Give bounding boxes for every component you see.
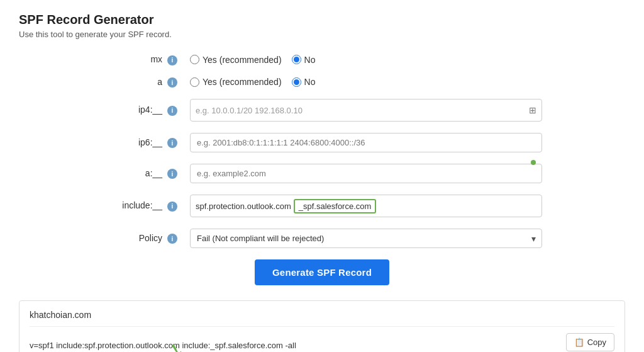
generate-button[interactable]: Generate SPF Record bbox=[255, 259, 389, 285]
ip4-info-icon[interactable]: i bbox=[167, 106, 177, 116]
ip6-row: ip6:__ i bbox=[102, 133, 542, 152]
policy-select-wrapper: Fail (Not compliant will be rejected) So… bbox=[190, 229, 542, 248]
ip6-info-icon[interactable]: i bbox=[167, 138, 177, 148]
a-yes-option[interactable]: Yes (recommended) bbox=[190, 77, 282, 87]
mx-no-label: No bbox=[304, 55, 316, 65]
policy-info-icon[interactable]: i bbox=[167, 234, 177, 244]
a-field-label-text: a:__ bbox=[145, 168, 162, 178]
result-domain: khatchoian.com bbox=[30, 310, 614, 320]
ip4-placeholder: e.g. 10.0.0.1/20 192.168.0.10 bbox=[196, 106, 529, 115]
mx-radio-group: Yes (recommended) No bbox=[190, 55, 315, 65]
mx-no-option[interactable]: No bbox=[292, 55, 316, 65]
mx-yes-label: Yes (recommended) bbox=[203, 55, 282, 65]
page-subtitle: Use this tool to generate your SPF recor… bbox=[19, 30, 625, 39]
policy-label-text: Policy bbox=[139, 233, 162, 243]
a-yes-label: Yes (recommended) bbox=[203, 77, 282, 87]
mx-yes-option[interactable]: Yes (recommended) bbox=[190, 55, 282, 65]
include-tag-value: _spf.salesforce.com bbox=[294, 199, 377, 213]
a-no-option[interactable]: No bbox=[292, 77, 316, 87]
ip6-label-text: ip6:__ bbox=[138, 137, 162, 147]
result-record-row: v=spf1 include:spf.protection.outlook.co… bbox=[30, 326, 614, 351]
a-no-radio[interactable] bbox=[292, 77, 301, 87]
green-dot-indicator bbox=[531, 160, 536, 165]
a-row: a i Yes (recommended) No bbox=[102, 77, 542, 88]
ip4-input-wrapper: e.g. 10.0.0.1/20 192.168.0.10 ⊞ bbox=[190, 99, 542, 122]
mx-info-icon[interactable]: i bbox=[167, 55, 177, 65]
a-info-icon[interactable]: i bbox=[167, 77, 177, 88]
copy-icon: 📋 bbox=[574, 338, 584, 347]
a-field-row: a:__ i bbox=[102, 164, 542, 183]
page-title: SPF Record Generator bbox=[19, 13, 625, 27]
page-wrapper: SPF Record Generator Use this tool to ge… bbox=[0, 0, 644, 352]
a-label: a i bbox=[102, 77, 184, 88]
result-section: khatchoian.com v=spf1 include:spf.protec… bbox=[19, 300, 625, 352]
policy-row: Policy i Fail (Not compliant will be rej… bbox=[102, 229, 542, 248]
mx-label: mx i bbox=[102, 54, 184, 65]
form-section: mx i Yes (recommended) No a i bbox=[102, 54, 542, 285]
ip4-row: ip4:__ i e.g. 10.0.0.1/20 192.168.0.10 ⊞ bbox=[102, 99, 542, 122]
a-field-input[interactable] bbox=[190, 164, 542, 183]
include-info-icon[interactable]: i bbox=[167, 202, 177, 212]
copy-button[interactable]: 📋 Copy bbox=[566, 333, 614, 351]
copy-label: Copy bbox=[587, 338, 606, 347]
include-row: include:__ i spf.protection.outlook.com … bbox=[102, 195, 542, 217]
a-field-info-icon[interactable]: i bbox=[167, 169, 177, 179]
a-field-label: a:__ i bbox=[102, 168, 184, 179]
include-label: include:__ i bbox=[102, 200, 184, 212]
ip6-label: ip6:__ i bbox=[102, 137, 184, 149]
ip4-label-text: ip4:__ bbox=[138, 105, 162, 115]
include-input-wrapper[interactable]: spf.protection.outlook.com _spf.salesfor… bbox=[190, 195, 542, 217]
mx-no-radio[interactable] bbox=[292, 55, 301, 64]
include-label-text: include:__ bbox=[122, 200, 162, 210]
generate-section: Generate SPF Record bbox=[102, 259, 542, 285]
mx-yes-radio[interactable] bbox=[190, 55, 199, 64]
result-record-text: v=spf1 include:spf.protection.outlook.co… bbox=[30, 341, 303, 350]
a-no-label: No bbox=[304, 77, 316, 87]
ip6-input[interactable] bbox=[190, 133, 542, 152]
policy-select[interactable]: Fail (Not compliant will be rejected) So… bbox=[190, 229, 542, 248]
policy-label: Policy i bbox=[102, 233, 184, 244]
ip4-copy-icon[interactable]: ⊞ bbox=[529, 105, 536, 115]
a-label-text: a bbox=[157, 77, 162, 87]
include-plain-value: spf.protection.outlook.com bbox=[196, 202, 291, 211]
a-radio-group: Yes (recommended) No bbox=[190, 77, 315, 87]
mx-label-text: mx bbox=[150, 54, 162, 64]
mx-row: mx i Yes (recommended) No bbox=[102, 54, 542, 65]
a-yes-radio[interactable] bbox=[190, 77, 199, 87]
ip4-label: ip4:__ i bbox=[102, 105, 184, 116]
